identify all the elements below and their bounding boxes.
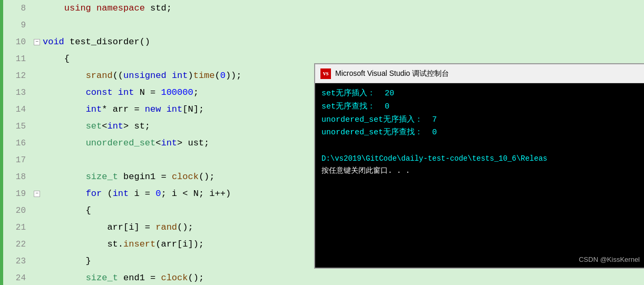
console-footer: CSDN @KissKernel: [315, 253, 644, 268]
line-number-23: 23: [3, 253, 32, 270]
code-line-24: 24 size_t end1 = clock();: [3, 270, 644, 285]
line-number-16: 16: [3, 135, 32, 152]
console-line-1: set无序插入： 20: [321, 87, 640, 101]
line-number-15: 15: [3, 118, 32, 135]
console-titlebar: vs Microsoft Visual Studio 调试控制台: [315, 64, 644, 83]
collapse-icon-10[interactable]: −: [34, 39, 40, 45]
console-body: set无序插入： 20 set无序查找： 0 unordered_set无序插入…: [315, 83, 644, 253]
vs-icon: vs: [320, 68, 331, 79]
line-content-24: size_t end1 = clock();: [43, 270, 644, 285]
line-number-18: 18: [3, 169, 32, 185]
line-gutter-10[interactable]: −: [32, 39, 43, 45]
console-overlay: vs Microsoft Visual Studio 调试控制台 set无序插入…: [314, 63, 644, 269]
line-number-10: 10: [3, 34, 32, 51]
console-line-3: unordered_set无序插入： 7: [321, 114, 640, 127]
console-line-2: set无序查找： 0: [321, 101, 640, 114]
console-line-7: 按任意键关闭此窗口. . .: [321, 165, 640, 177]
code-line-10: 10 − void test_disorder(): [3, 34, 644, 51]
console-line-6: D:\vs2019\GitCode\daily-test-code\tests_…: [321, 153, 640, 165]
code-line-9: 9: [3, 17, 644, 34]
code-line-8: 8 using namespace std;: [3, 0, 644, 17]
line-content-8: using namespace std;: [43, 0, 644, 17]
main-container: 8 using namespace std; 9 10 − void test_…: [0, 0, 644, 285]
line-number-21: 21: [3, 219, 32, 236]
line-number-8: 8: [3, 0, 32, 17]
line-number-12: 12: [3, 67, 32, 84]
collapse-icon-19[interactable]: −: [34, 191, 40, 197]
console-line-4: unordered_set无序查找： 0: [321, 126, 640, 140]
console-line-5: [321, 140, 640, 153]
line-number-11: 11: [3, 51, 32, 67]
console-footer-text: CSDN @KissKernel: [579, 255, 640, 263]
line-content-10: void test_disorder(): [43, 34, 644, 51]
line-number-20: 20: [3, 202, 32, 219]
line-number-17: 17: [3, 152, 32, 169]
line-gutter-19[interactable]: −: [32, 191, 43, 197]
line-number-22: 22: [3, 236, 32, 253]
line-number-9: 9: [3, 17, 32, 34]
line-number-14: 14: [3, 101, 32, 118]
code-editor: 8 using namespace std; 9 10 − void test_…: [3, 0, 644, 285]
line-number-24: 24: [3, 270, 32, 285]
console-title: Microsoft Visual Studio 调试控制台: [335, 69, 449, 78]
line-number-13: 13: [3, 84, 32, 101]
line-number-19: 19: [3, 185, 32, 202]
